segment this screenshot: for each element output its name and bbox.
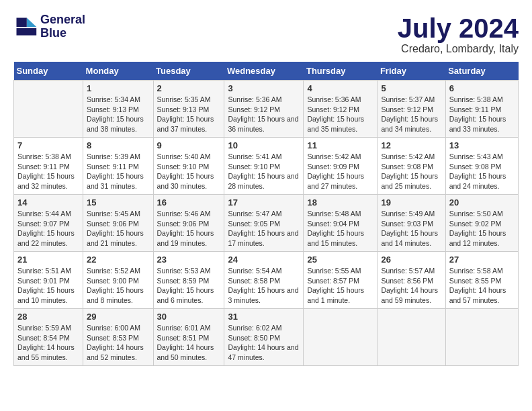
calendar-cell: 25Sunrise: 5:55 AM Sunset: 8:57 PM Dayli… — [304, 252, 378, 309]
day-info: Sunrise: 5:41 AM Sunset: 9:10 PM Dayligh… — [228, 152, 300, 191]
day-number: 6 — [449, 83, 515, 93]
day-number: 15 — [87, 197, 149, 208]
day-info: Sunrise: 5:40 AM Sunset: 9:10 PM Dayligh… — [157, 152, 221, 191]
day-info: Sunrise: 6:00 AM Sunset: 8:53 PM Dayligh… — [87, 323, 149, 363]
day-number: 20 — [449, 197, 515, 208]
day-number: 18 — [307, 197, 373, 208]
calendar-cell: 31Sunrise: 6:02 AM Sunset: 8:50 PM Dayli… — [224, 309, 304, 366]
weekday-header-tuesday: Tuesday — [153, 62, 224, 81]
calendar-cell — [14, 81, 83, 138]
page-header: General Blue July 2024 Credaro, Lombardy… — [13, 13, 519, 55]
calendar-cell: 15Sunrise: 5:45 AM Sunset: 9:06 PM Dayli… — [83, 195, 153, 252]
day-number: 30 — [157, 312, 221, 322]
logo-text-line1: General — [40, 13, 85, 27]
calendar-cell: 23Sunrise: 5:53 AM Sunset: 8:59 PM Dayli… — [153, 252, 224, 309]
day-info: Sunrise: 5:54 AM Sunset: 8:58 PM Dayligh… — [228, 266, 300, 306]
week-row-3: 14Sunrise: 5:44 AM Sunset: 9:07 PM Dayli… — [14, 195, 519, 252]
day-number: 3 — [228, 83, 300, 93]
day-info: Sunrise: 5:53 AM Sunset: 8:59 PM Dayligh… — [157, 266, 221, 306]
logo-text-line2: Blue — [40, 27, 85, 40]
day-info: Sunrise: 5:43 AM Sunset: 9:08 PM Dayligh… — [449, 152, 515, 191]
day-number: 22 — [87, 255, 149, 265]
weekday-header-thursday: Thursday — [304, 62, 378, 81]
day-number: 13 — [449, 140, 515, 150]
calendar-cell: 5Sunrise: 5:37 AM Sunset: 9:12 PM Daylig… — [378, 81, 445, 138]
calendar-table: SundayMondayTuesdayWednesdayThursdayFrid… — [13, 62, 519, 366]
day-info: Sunrise: 5:44 AM Sunset: 9:07 PM Dayligh… — [17, 209, 79, 248]
day-number: 31 — [228, 312, 300, 322]
week-row-5: 28Sunrise: 5:59 AM Sunset: 8:54 PM Dayli… — [14, 309, 519, 366]
weekday-header-wednesday: Wednesday — [224, 62, 304, 81]
calendar-cell: 10Sunrise: 5:41 AM Sunset: 9:10 PM Dayli… — [224, 138, 304, 195]
weekday-header-monday: Monday — [83, 62, 153, 81]
day-info: Sunrise: 5:39 AM Sunset: 9:11 PM Dayligh… — [87, 152, 149, 191]
day-number: 21 — [17, 255, 79, 265]
day-number: 10 — [228, 140, 300, 150]
calendar-cell: 24Sunrise: 5:54 AM Sunset: 8:58 PM Dayli… — [224, 252, 304, 309]
day-info: Sunrise: 5:38 AM Sunset: 9:11 PM Dayligh… — [17, 152, 79, 191]
week-row-1: 1Sunrise: 5:34 AM Sunset: 9:13 PM Daylig… — [14, 81, 519, 138]
day-info: Sunrise: 6:02 AM Sunset: 8:50 PM Dayligh… — [228, 323, 300, 363]
calendar-cell: 22Sunrise: 5:52 AM Sunset: 9:00 PM Dayli… — [83, 252, 153, 309]
logo: General Blue — [13, 13, 85, 40]
calendar-cell — [304, 309, 378, 366]
calendar-cell: 14Sunrise: 5:44 AM Sunset: 9:07 PM Dayli… — [14, 195, 83, 252]
day-number: 27 — [449, 255, 515, 265]
day-info: Sunrise: 5:38 AM Sunset: 9:11 PM Dayligh… — [449, 95, 515, 134]
day-info: Sunrise: 5:35 AM Sunset: 9:13 PM Dayligh… — [157, 95, 221, 134]
day-info: Sunrise: 5:45 AM Sunset: 9:06 PM Dayligh… — [87, 209, 149, 248]
day-number: 28 — [17, 312, 79, 322]
calendar-cell: 4Sunrise: 5:36 AM Sunset: 9:12 PM Daylig… — [304, 81, 378, 138]
day-info: Sunrise: 5:50 AM Sunset: 9:02 PM Dayligh… — [449, 209, 515, 248]
calendar-cell: 12Sunrise: 5:42 AM Sunset: 9:08 PM Dayli… — [378, 138, 445, 195]
day-number: 4 — [307, 83, 373, 93]
day-number: 1 — [87, 83, 149, 93]
svg-rect-3 — [17, 28, 37, 36]
weekday-header-friday: Friday — [378, 62, 445, 81]
calendar-cell: 21Sunrise: 5:51 AM Sunset: 9:01 PM Dayli… — [14, 252, 83, 309]
calendar-cell: 9Sunrise: 5:40 AM Sunset: 9:10 PM Daylig… — [153, 138, 224, 195]
calendar-cell: 13Sunrise: 5:43 AM Sunset: 9:08 PM Dayli… — [445, 138, 518, 195]
day-number: 26 — [381, 255, 441, 265]
day-number: 23 — [157, 255, 221, 265]
day-number: 29 — [87, 312, 149, 322]
calendar-cell: 17Sunrise: 5:47 AM Sunset: 9:05 PM Dayli… — [224, 195, 304, 252]
calendar-cell: 2Sunrise: 5:35 AM Sunset: 9:13 PM Daylig… — [153, 81, 224, 138]
logo-icon — [13, 15, 38, 39]
day-number: 7 — [17, 140, 79, 150]
calendar-cell: 18Sunrise: 5:48 AM Sunset: 9:04 PM Dayli… — [304, 195, 378, 252]
day-number: 25 — [307, 255, 373, 265]
day-info: Sunrise: 5:55 AM Sunset: 8:57 PM Dayligh… — [307, 266, 373, 306]
calendar-cell: 6Sunrise: 5:38 AM Sunset: 9:11 PM Daylig… — [445, 81, 518, 138]
week-row-4: 21Sunrise: 5:51 AM Sunset: 9:01 PM Dayli… — [14, 252, 519, 309]
day-info: Sunrise: 5:42 AM Sunset: 9:09 PM Dayligh… — [307, 152, 373, 191]
day-info: Sunrise: 6:01 AM Sunset: 8:51 PM Dayligh… — [157, 323, 221, 363]
day-info: Sunrise: 5:36 AM Sunset: 9:12 PM Dayligh… — [307, 95, 373, 134]
day-info: Sunrise: 5:37 AM Sunset: 9:12 PM Dayligh… — [381, 95, 441, 134]
weekday-header-sunday: Sunday — [14, 62, 83, 81]
day-number: 9 — [157, 140, 221, 150]
calendar-cell: 29Sunrise: 6:00 AM Sunset: 8:53 PM Dayli… — [83, 309, 153, 366]
calendar-cell: 30Sunrise: 6:01 AM Sunset: 8:51 PM Dayli… — [153, 309, 224, 366]
calendar-cell: 11Sunrise: 5:42 AM Sunset: 9:09 PM Dayli… — [304, 138, 378, 195]
calendar-cell: 28Sunrise: 5:59 AM Sunset: 8:54 PM Dayli… — [14, 309, 83, 366]
calendar-cell: 19Sunrise: 5:49 AM Sunset: 9:03 PM Dayli… — [378, 195, 445, 252]
calendar-cell: 1Sunrise: 5:34 AM Sunset: 9:13 PM Daylig… — [83, 81, 153, 138]
day-number: 5 — [381, 83, 441, 93]
location-text: Credaro, Lombardy, Italy — [398, 43, 519, 55]
day-number: 11 — [307, 140, 373, 150]
day-info: Sunrise: 5:36 AM Sunset: 9:12 PM Dayligh… — [228, 95, 300, 134]
day-info: Sunrise: 5:58 AM Sunset: 8:55 PM Dayligh… — [449, 266, 515, 306]
day-info: Sunrise: 5:34 AM Sunset: 9:13 PM Dayligh… — [87, 95, 149, 134]
svg-rect-2 — [17, 17, 27, 27]
calendar-cell: 26Sunrise: 5:57 AM Sunset: 8:56 PM Dayli… — [378, 252, 445, 309]
week-row-2: 7Sunrise: 5:38 AM Sunset: 9:11 PM Daylig… — [14, 138, 519, 195]
day-info: Sunrise: 5:59 AM Sunset: 8:54 PM Dayligh… — [17, 323, 79, 363]
day-info: Sunrise: 5:49 AM Sunset: 9:03 PM Dayligh… — [381, 209, 441, 248]
calendar-cell — [445, 309, 518, 366]
calendar-cell: 7Sunrise: 5:38 AM Sunset: 9:11 PM Daylig… — [14, 138, 83, 195]
month-title: July 2024 — [398, 13, 519, 43]
calendar-cell — [378, 309, 445, 366]
day-number: 24 — [228, 255, 300, 265]
calendar-cell: 27Sunrise: 5:58 AM Sunset: 8:55 PM Dayli… — [445, 252, 518, 309]
